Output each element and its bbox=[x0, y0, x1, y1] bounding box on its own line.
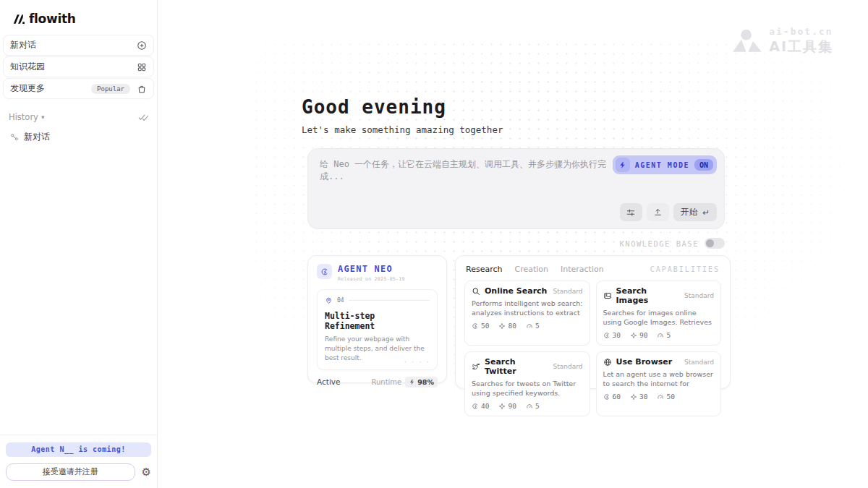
gauge-icon bbox=[526, 322, 533, 330]
flow-node-icon bbox=[10, 133, 19, 142]
stat-speed: 5 bbox=[666, 331, 671, 339]
history-item-label: 新对话 bbox=[24, 131, 50, 143]
sidebar-nav: 新对话 知识花园 发现更多 Popular bbox=[3, 35, 154, 100]
capability-description: Searches for tweets on Twitter using spe… bbox=[472, 379, 583, 398]
nav-label: 知识花园 bbox=[10, 61, 45, 73]
globe-icon bbox=[603, 358, 612, 367]
stat-credits: 40 bbox=[481, 402, 489, 410]
settings-sliders-button[interactable] bbox=[620, 203, 642, 221]
capability-card-online-search[interactable]: Online Search Standard Performs intellig… bbox=[464, 281, 590, 346]
nav-label: 发现更多 bbox=[10, 82, 45, 95]
flowith-logo-icon bbox=[12, 12, 25, 26]
agent-neo-slide[interactable]: 04 Multi-step Refinement Refine your web… bbox=[317, 289, 438, 370]
stat-credits: 50 bbox=[481, 322, 489, 330]
credit-icon bbox=[472, 322, 479, 330]
capability-description: Let an agent use a web browser to search… bbox=[603, 369, 715, 389]
power-star-icon bbox=[498, 403, 506, 410]
capability-name: Use Browser bbox=[616, 357, 673, 367]
stat-power: 30 bbox=[639, 393, 647, 401]
agent-neo-released: Released on 2025-05-19 bbox=[338, 276, 405, 282]
credit-icon bbox=[603, 393, 610, 401]
bag-icon bbox=[137, 84, 147, 94]
main-area: ai-bot.cn AI工具集 Good evening Let's make … bbox=[158, 0, 868, 488]
capability-card-search-images[interactable]: Search Images Standard Searches for imag… bbox=[596, 281, 722, 346]
capability-description: Searches for images online using Google … bbox=[603, 308, 715, 328]
brand-name: flowith bbox=[29, 12, 76, 26]
app-window: flowith 新对话 知识花园 发现更多 Popular History bbox=[0, 0, 868, 488]
sidebar-item-knowledge-garden[interactable]: 知识花园 bbox=[3, 56, 154, 77]
image-icon bbox=[603, 291, 612, 300]
capabilities-tabs: Research Creation Interaction CAPABILITI… bbox=[464, 263, 721, 281]
knowledge-base-toggle[interactable] bbox=[705, 238, 725, 249]
start-label: 开始 bbox=[681, 207, 697, 218]
stat-power: 80 bbox=[508, 322, 516, 330]
sidebar-footer: Agent N__ is coming! 接受邀请并注册 ⚙ bbox=[0, 435, 157, 488]
task-composer: AGENT MODE ON 开始 ↵ bbox=[307, 148, 725, 229]
power-star-icon bbox=[498, 322, 506, 330]
watermark: ai-bot.cn AI工具集 bbox=[731, 26, 833, 56]
stat-power: 90 bbox=[639, 331, 647, 339]
agent-mode-state: ON bbox=[694, 159, 713, 171]
start-button[interactable]: 开始 ↵ bbox=[673, 203, 717, 221]
brand-logo[interactable]: flowith bbox=[0, 7, 157, 35]
greeting-title: Good evening bbox=[302, 96, 503, 118]
capability-card-use-browser[interactable]: Use Browser Standard Let an agent use a … bbox=[596, 351, 722, 416]
carousel-dots[interactable]: · · · · bbox=[404, 358, 430, 366]
knowledge-base-row: KNOWLEDGE BASE bbox=[307, 238, 725, 249]
tab-creation[interactable]: Creation bbox=[514, 265, 548, 274]
runtime-value: 98% bbox=[417, 378, 434, 386]
tab-research[interactable]: Research bbox=[466, 265, 502, 274]
sidebar-item-new-chat[interactable]: 新对话 bbox=[3, 35, 154, 56]
watermark-line2: AI工具集 bbox=[769, 38, 833, 56]
capability-tier: Standard bbox=[684, 359, 714, 366]
history-item[interactable]: 新对话 bbox=[0, 127, 157, 147]
greeting-subtitle: Let's make something amazing together bbox=[302, 124, 503, 135]
agent-neo-title: AGENT NEO bbox=[338, 264, 405, 274]
stat-speed: 5 bbox=[535, 402, 540, 410]
watermark-line1: ai-bot.cn bbox=[769, 26, 833, 37]
stat-credits: 60 bbox=[613, 393, 621, 401]
composer-controls: 开始 ↵ bbox=[620, 203, 717, 221]
plus-circle-icon bbox=[137, 40, 147, 51]
power-star-icon bbox=[630, 332, 637, 339]
agent-mode-label: AGENT MODE bbox=[635, 161, 689, 169]
watermark-logo-icon bbox=[731, 28, 763, 54]
slide-title: Multi-step Refinement bbox=[325, 311, 430, 331]
chevron-down-icon: ▾ bbox=[41, 114, 45, 121]
slide-progress-line bbox=[349, 300, 430, 301]
credit-icon bbox=[472, 403, 479, 410]
search-icon bbox=[472, 287, 480, 296]
knowledge-base-label: KNOWLEDGE BASE bbox=[619, 239, 699, 248]
capability-card-search-twitter[interactable]: Search Twitter Standard Searches for twe… bbox=[464, 351, 590, 416]
stat-speed: 50 bbox=[666, 393, 674, 401]
tab-interaction[interactable]: Interaction bbox=[561, 265, 604, 274]
capabilities-title: CAPABILITIES bbox=[650, 265, 720, 273]
greeting-block: Good evening Let's make something amazin… bbox=[302, 96, 503, 135]
enter-arrow-icon: ↵ bbox=[702, 207, 710, 218]
popular-badge: Popular bbox=[91, 84, 130, 94]
gear-icon[interactable]: ⚙ bbox=[142, 467, 151, 478]
runtime-label: Runtime bbox=[371, 378, 401, 386]
capability-tier: Standard bbox=[553, 363, 583, 370]
sidebar: flowith 新对话 知识花园 发现更多 Popular History bbox=[0, 0, 158, 488]
bolt-icon bbox=[409, 379, 415, 385]
grid-icon bbox=[137, 62, 147, 72]
agent-coming-banner[interactable]: Agent N__ is coming! bbox=[6, 442, 151, 457]
upload-button[interactable] bbox=[647, 203, 669, 221]
agent-mode-toggle[interactable]: AGENT MODE ON bbox=[613, 155, 717, 174]
toggle-knob bbox=[706, 239, 714, 247]
history-label: History bbox=[9, 112, 38, 122]
gauge-icon bbox=[657, 332, 664, 339]
agent-neo-icon bbox=[317, 264, 332, 279]
double-check-icon[interactable] bbox=[138, 112, 148, 122]
sidebar-item-discover-more[interactable]: 发现更多 Popular bbox=[3, 78, 154, 99]
stat-power: 90 bbox=[508, 402, 516, 410]
history-header[interactable]: History ▾ bbox=[0, 100, 157, 127]
credit-icon bbox=[603, 332, 610, 339]
task-input[interactable] bbox=[320, 158, 612, 198]
capability-name: Search Twitter bbox=[485, 357, 549, 376]
register-button[interactable]: 接受邀请并注册 bbox=[6, 463, 135, 481]
agent-neo-card[interactable]: AGENT NEO Released on 2025-05-19 04 Mult… bbox=[307, 255, 447, 383]
capability-tier: Standard bbox=[553, 288, 583, 295]
capabilities-panel: Research Creation Interaction CAPABILITI… bbox=[455, 255, 731, 389]
